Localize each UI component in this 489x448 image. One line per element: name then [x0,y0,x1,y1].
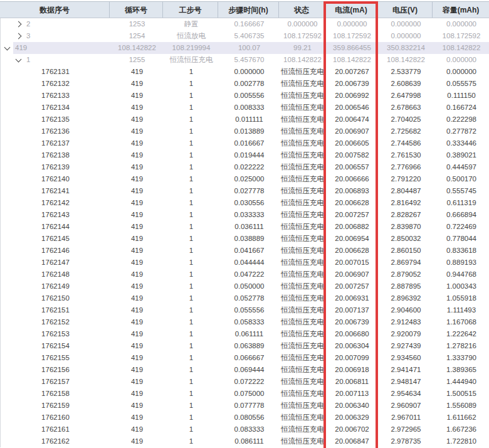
cell: 0.016667 [219,137,280,149]
cell: 0.000000 [280,18,325,30]
record-row[interactable]: 176215841910.075000恒流恒压充电20.0071132.9546… [1,388,489,400]
record-row[interactable]: 176213641910.013889恒流恒压充电20.0069072.7256… [1,125,489,137]
record-row[interactable]: 176215741910.072222恒流恒压充电20.0068112.9481… [1,376,489,388]
collapse-chevron-icon[interactable] [4,45,11,51]
column-header-3[interactable]: 工步号 [163,2,218,18]
cell: 恒流恒压充电 [280,316,325,328]
cell: 1 [164,435,219,447]
summary-row[interactable]: 31254恒流放电5.406735108.172592108.1725920.0… [1,30,489,42]
cell: 20.006666 [325,173,379,185]
cell: 1762137 [1,137,110,149]
record-row[interactable]: 176215241910.058333恒流恒压充电20.0067392.9124… [1,316,489,328]
cell: 359.866455 [325,42,379,54]
cell: 0.019444 [219,149,280,161]
record-row[interactable]: 176214541910.038889恒流恒压充电20.0069542.8500… [1,233,489,245]
cell: 1 [164,388,219,400]
record-row[interactable]: 176214241910.030556恒流恒压充电20.0066282.8164… [1,197,489,209]
cell: 恒流恒压充电 [280,66,325,78]
cell: 419 [110,114,164,125]
record-row[interactable]: 176214741910.044444恒流恒压充电20.0070152.8697… [1,257,489,269]
record-row[interactable]: 176213541910.011111恒流恒压充电20.0064742.7040… [1,114,489,125]
cell: 恒流恒压充电 [280,233,325,245]
cell: 20.006918 [325,364,379,376]
expand-chevron-icon[interactable] [16,21,22,28]
cell: 419 [110,435,164,447]
cell: 恒流恒压充电 [280,197,325,209]
column-header-8[interactable]: 容量(mAh) [433,2,489,18]
cell: 0.000000 [379,30,433,42]
record-row[interactable]: 176214641910.041667恒流恒压充电20.0066282.8601… [1,245,489,257]
cell: 1.500515 [433,388,489,400]
summary-row[interactable]: 11255恒流恒压充电5.457670108.142822108.1428221… [1,54,489,66]
record-row[interactable]: 176214441910.036111恒流恒压充电20.0068822.8398… [1,221,489,233]
cell: 419 [110,304,164,316]
record-row[interactable]: 176215641910.069444恒流恒压充电20.0069182.9414… [1,364,489,376]
cell: 0.444597 [433,161,489,173]
record-row[interactable]: 176216241910.086111恒流恒压充电20.0068472.9787… [1,435,489,447]
cell: 419 [110,412,164,424]
cell: 419 [110,388,164,400]
record-row[interactable]: 176215041910.052778恒流恒压充电20.0069312.8963… [1,292,489,304]
cell: 1762146 [1,245,110,257]
table-header-row: 数据序号循环号工步号步骤时间(h)状态电流(mA)电压(V)容量(mAh) [0,1,489,18]
cell: 419 [110,364,164,376]
record-row[interactable]: 176215141910.055556恒流恒压充电20.0071372.9046… [1,304,489,316]
record-row[interactable]: 176215341910.061111恒流恒压充电20.0066802.9200… [1,328,489,340]
cell: 1 [164,78,219,90]
record-row[interactable]: 176213241910.002778恒流恒压充电20.0067392.6086… [1,78,489,90]
record-row[interactable]: 176216141910.083333恒流恒压充电20.0067022.9729… [1,424,489,435]
record-row[interactable]: 176213141910.000000恒流恒压充电20.0072672.5337… [1,66,489,78]
cell: 0.086111 [219,435,280,447]
cell: 2.839870 [379,221,433,233]
record-row[interactable]: 176213341910.005556恒流恒压充电20.0069922.6479… [1,90,489,102]
cell: 2.941471 [379,364,433,376]
column-header-1[interactable]: 数据序号 [0,2,110,18]
collapse-chevron-icon[interactable] [16,56,22,63]
cell: 0.036111 [219,221,280,233]
cell: 恒流恒压充电 [280,352,325,364]
record-row[interactable]: 176216041910.080556恒流恒压充电20.0063292.9670… [1,412,489,424]
cell: 0.047222 [219,269,280,280]
cell: 1.667236 [433,424,489,435]
cell: 2.678663 [379,102,433,114]
record-row[interactable]: 176215941910.077778恒流恒压充电20.0063402.9609… [1,400,489,412]
cell: 2.920079 [379,328,433,340]
record-row[interactable]: 176213441910.008333恒流恒压充电20.0065462.6786… [1,102,489,114]
column-header-7[interactable]: 电压(V) [378,2,433,18]
summary-row[interactable]: 419108.142822108.219994100.0799.21359.86… [1,42,489,54]
cell: 419 [110,328,164,340]
cell: 419 [110,137,164,149]
record-row[interactable]: 176213841910.019444恒流恒压充电20.0075822.7615… [1,149,489,161]
expand-chevron-icon[interactable] [16,33,22,40]
cell: 20.007099 [325,352,379,364]
cell: 20.007137 [325,304,379,316]
record-row[interactable]: 176214341910.033333恒流恒压充电20.0072572.8282… [1,209,489,221]
cell: 1762148 [1,269,110,280]
record-row[interactable]: 176213941910.022222恒流恒压充电20.0065572.7769… [1,161,489,173]
record-row[interactable]: 176214141910.027778恒流恒压充电20.0068932.8044… [1,185,489,197]
column-header-5[interactable]: 状态 [279,2,325,18]
cell: 2.896392 [379,292,433,304]
column-header-4[interactable]: 步骤时间(h) [218,2,279,18]
column-header-6[interactable]: 电流(mA) [325,2,378,18]
record-row[interactable]: 176213741910.016667恒流恒压充电20.0066052.7445… [1,137,489,149]
cell: 恒流恒压充电 [280,114,325,125]
cell: 2.954634 [379,388,433,400]
cell: 5.457670 [219,54,280,66]
column-header-2[interactable]: 循环号 [110,2,163,18]
cell: 1 [164,233,219,245]
record-row[interactable]: 176214041910.025000恒流恒压充电20.0066662.7912… [1,173,489,185]
record-row[interactable]: 176214941910.050000恒流恒压充电20.0072572.8878… [1,280,489,292]
cell: 419 [110,221,164,233]
cell: 2 [1,18,110,30]
summary-row[interactable]: 21253静置0.1666670.0000000.0000000.0000000… [1,18,489,30]
cell: 恒流恒压充电 [280,340,325,352]
record-row[interactable]: 176215541910.066667恒流恒压充电20.0070992.9345… [1,352,489,364]
cell: 1 [164,280,219,292]
record-row[interactable]: 176215441910.063889恒流恒压充电20.0063042.9274… [1,340,489,352]
cell: 1253 [110,18,164,30]
cell: 20.006893 [325,185,379,197]
record-row[interactable]: 176214841910.047222恒流恒压充电20.0069072.8790… [1,269,489,280]
cell: 1762135 [1,114,110,125]
cell: 1 [164,102,219,114]
